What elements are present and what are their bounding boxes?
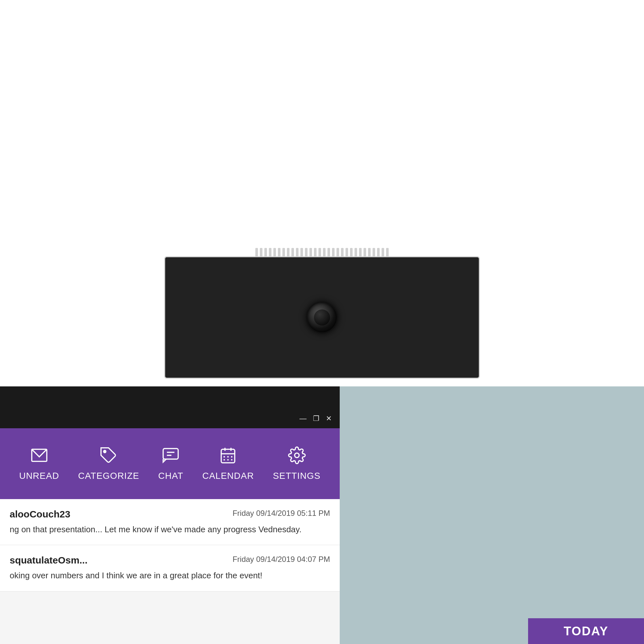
nav-item-calendar[interactable]: CALENDAR [202, 446, 254, 481]
monitor-teeth [164, 245, 480, 258]
close-button[interactable]: ✕ [326, 414, 332, 423]
svg-point-1 [104, 450, 106, 453]
chat-label: CHAT [158, 471, 183, 481]
message-header-2: squatulateOsm... Friday 09/14/2019 04:07… [10, 555, 330, 566]
today-button[interactable]: TODAY [528, 618, 644, 644]
minimize-button[interactable]: — [299, 414, 307, 423]
nav-item-chat[interactable]: CHAT [158, 446, 183, 481]
title-bar: — ❐ ✕ [0, 409, 338, 428]
message-preview-1: ng on that presentation... Let me know i… [10, 524, 330, 535]
list-item[interactable]: squatulateOsm... Friday 09/14/2019 04:07… [0, 545, 340, 591]
nav-item-categorize[interactable]: CATEGORIZE [78, 446, 139, 481]
restore-button[interactable]: ❐ [313, 414, 319, 423]
nav-item-settings[interactable]: SETTINGS [273, 446, 321, 481]
message-list: alooCouch23 Friday 09/14/2019 05:11 PM n… [0, 499, 340, 644]
envelope-icon [30, 446, 48, 467]
svg-rect-2 [163, 449, 178, 459]
sender-name-2: squatulateOsm... [10, 555, 88, 566]
timestamp-1: Friday 09/14/2019 05:11 PM [232, 509, 330, 518]
settings-label: SETTINGS [273, 471, 321, 481]
calendar-icon [219, 446, 237, 467]
list-item[interactable]: alooCouch23 Friday 09/14/2019 05:11 PM n… [0, 499, 340, 545]
window-controls: — ❐ ✕ [299, 414, 332, 423]
camera-lens [306, 301, 338, 334]
timestamp-2: Friday 09/14/2019 04:07 PM [232, 555, 330, 564]
monitor-hardware [164, 245, 480, 386]
unread-label: UNREAD [19, 471, 59, 481]
message-header-1: alooCouch23 Friday 09/14/2019 05:11 PM [10, 509, 330, 520]
chat-icon [162, 446, 180, 467]
gear-icon [288, 446, 306, 467]
tag-icon [99, 446, 118, 467]
calendar-label: CALENDAR [202, 471, 254, 481]
svg-point-15 [295, 453, 299, 458]
navigation-bar: UNREAD CATEGORIZE CHAT [0, 428, 340, 499]
message-preview-2: oking over numbers and I think we are in… [10, 570, 330, 581]
right-panel [340, 386, 644, 644]
camera-inner [314, 309, 330, 326]
sender-name-1: alooCouch23 [10, 509, 70, 520]
nav-item-unread[interactable]: UNREAD [19, 446, 59, 481]
monitor-body [164, 256, 480, 379]
categorize-label: CATEGORIZE [78, 471, 139, 481]
